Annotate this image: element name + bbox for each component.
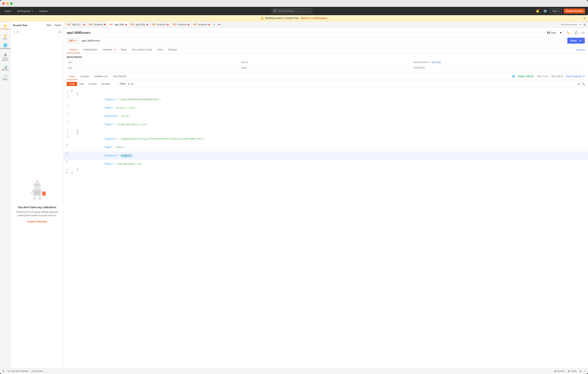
more-tabs-button[interactable]: ••• — [217, 23, 222, 26]
tab-params[interactable]: Params — [67, 46, 81, 53]
tab-url-5: localhost — [178, 23, 187, 26]
search-bar[interactable]: 🔍 Search Postman — [271, 8, 313, 14]
banner-close-button[interactable]: ✕ — [583, 16, 586, 20]
table-row — [67, 65, 585, 70]
format-options-btn[interactable]: ⊟ — [131, 82, 134, 85]
create-collection-button[interactable]: Create Collection — [27, 220, 47, 223]
import-button[interactable]: Import — [55, 24, 61, 27]
tab-5[interactable]: GET localhost — [171, 21, 191, 28]
tab-1[interactable]: GET localhost — [87, 21, 108, 28]
add-collection-btn[interactable]: + — [13, 30, 15, 34]
response-tab-headers[interactable]: Headers (4) — [92, 73, 110, 80]
edit-request-btn[interactable]: ✏️ — [565, 30, 572, 35]
save-caret-button[interactable]: ▼ — [558, 31, 563, 35]
new-button[interactable]: New — [44, 23, 53, 27]
notifications-button[interactable]: 🔔 — [535, 9, 540, 14]
sidebar-item-history[interactable]: 🕐 History — [1, 73, 10, 82]
format-selector[interactable]: JSON — [117, 82, 131, 86]
environment-settings-btn[interactable]: ⊞ — [583, 22, 587, 27]
environment-selector[interactable]: No Environment — [558, 22, 582, 27]
nav-workspaces[interactable]: Workspaces ▼ — [16, 9, 35, 13]
response-time: Time: 5 ms — [537, 75, 548, 78]
save-button-group: 💾 Save ▼ — [545, 31, 563, 35]
sidebar-item-apis[interactable]: ⚡ APIs — [1, 32, 10, 41]
send-caret-icon: ▼ — [578, 39, 582, 42]
tab-settings[interactable]: Settings — [166, 46, 180, 53]
banner-switch-link[interactable]: Switch to a Workspace — [301, 17, 327, 20]
view-pretty[interactable]: Pretty — [67, 82, 77, 86]
help-icon: ? — [584, 370, 586, 373]
view-raw[interactable]: Raw — [77, 82, 86, 86]
create-account-button[interactable]: Create Account — [564, 9, 585, 13]
tab-2[interactable]: GET app1:808 — [108, 21, 129, 28]
send-button[interactable]: Send ▼ — [567, 38, 585, 43]
banner-text: Working locally in Scratch Pad. — [265, 17, 299, 20]
key-input[interactable] — [68, 66, 238, 69]
view-preview[interactable]: Preview — [86, 82, 99, 86]
line-content-10: "Name": "admin", — [71, 143, 588, 151]
line-content-7: }, — [71, 129, 588, 132]
response-tab-test-results[interactable]: Test Results — [110, 73, 129, 80]
bulk-edit-button[interactable]: Bulk Edit — [432, 61, 441, 64]
line-num-4: 4 — [64, 104, 71, 107]
description-column-header: DESCRIPTION ••• Bulk Edit — [412, 60, 585, 65]
value-input[interactable] — [241, 66, 411, 69]
url-input[interactable] — [79, 38, 567, 43]
tab-headers-label: Headers — [103, 48, 112, 51]
nav-explore[interactable]: Explore — [38, 9, 49, 13]
line-num-11: 11 — [64, 152, 71, 154]
line-num-5: 5 — [64, 112, 71, 115]
line-num-3: 3 — [64, 96, 71, 98]
column-more-btn[interactable]: ••• — [429, 61, 431, 64]
line-num-2: 2 — [64, 93, 71, 95]
filter-btn[interactable]: ≡ — [17, 30, 19, 34]
nav-home[interactable]: Home — [3, 9, 13, 13]
tab-dot-3 — [147, 24, 148, 25]
sidebar-item-collections[interactable]: 📁 Collections — [1, 23, 10, 32]
cookies-link[interactable]: Cookies — [576, 48, 585, 51]
tab-tests[interactable]: Tests — [154, 46, 165, 53]
json-line-13: 13 } — [64, 168, 588, 171]
comment-btn[interactable]: 💬 — [573, 30, 580, 35]
response-tab-body[interactable]: Body — [67, 73, 78, 80]
runner-button[interactable]: ▶ Runner — [555, 370, 565, 373]
desc-input[interactable] — [414, 66, 583, 69]
traffic-close[interactable] — [2, 2, 5, 5]
copy-response-btn[interactable]: ⊟ — [578, 82, 580, 85]
response-tab-cookies[interactable]: Cookies — [78, 73, 92, 80]
save-response-button[interactable]: Save Response ▼ — [566, 75, 585, 78]
traffic-minimize[interactable] — [6, 2, 9, 5]
line-content-5: "Audience": "gitee", — [71, 112, 588, 120]
sidebar-item-environments[interactable]: 🌐 Environments — [1, 42, 10, 51]
tab-3[interactable]: GET app2:80E — [129, 21, 150, 28]
console-button[interactable]: ⊟ Console — [32, 370, 43, 373]
tab-authorization[interactable]: Authorization — [81, 46, 100, 53]
empty-state: You don't have any collections Collectio… — [10, 35, 63, 368]
tab-6[interactable]: GET localhost — [191, 21, 212, 28]
sign-in-button[interactable]: Sign In — [550, 9, 561, 13]
settings-button[interactable]: ⚙️ — [543, 9, 548, 14]
view-visualize[interactable]: Visualize — [99, 82, 113, 86]
method-selector[interactable]: GET ▼ — [67, 38, 79, 43]
add-tab-button[interactable]: + — [212, 23, 217, 26]
line-content-3: "Subject": "CgOwLTM4NS0yODA4OS0wEgRtb2Nr… — [71, 96, 588, 104]
tab-headers[interactable]: Headers (7) — [100, 46, 118, 53]
traffic-maximize[interactable] — [10, 2, 13, 5]
json-line-9: 9 "Subject": "CiQwOGE4Njg0Yi1kYjg4LTRiNz… — [64, 135, 588, 143]
tab-4[interactable]: GET localhost — [150, 21, 171, 28]
structure-view-btn[interactable]: ⊞ — [2, 370, 4, 373]
sidebar-item-monitors[interactable]: 📊 Monitors — [1, 64, 10, 72]
save-button[interactable]: 💾 Save — [545, 31, 558, 35]
tab-body[interactable]: Body — [118, 46, 129, 53]
find-replace-button[interactable]: 🔍 Find and Replace — [7, 370, 29, 373]
search-response-btn[interactable]: 🔍 — [582, 82, 585, 85]
json-line-12: 12 "Email": "admin@example.com" — [64, 160, 588, 168]
tab-pre-request[interactable]: Pre-request Script — [129, 46, 155, 53]
help-button[interactable]: ? — [584, 370, 586, 373]
layout-btn[interactable]: ⊞ — [579, 370, 581, 373]
code-snippet-btn[interactable]: </> — [581, 31, 585, 34]
sidebar-item-mock-servers[interactable]: 🖥 Mock Servers — [1, 52, 10, 63]
trash-button[interactable]: 🗑 Trash — [568, 370, 577, 373]
more-options-btn[interactable]: ••• — [58, 30, 61, 34]
tab-0[interactable]: GET http://12... — [65, 21, 87, 28]
